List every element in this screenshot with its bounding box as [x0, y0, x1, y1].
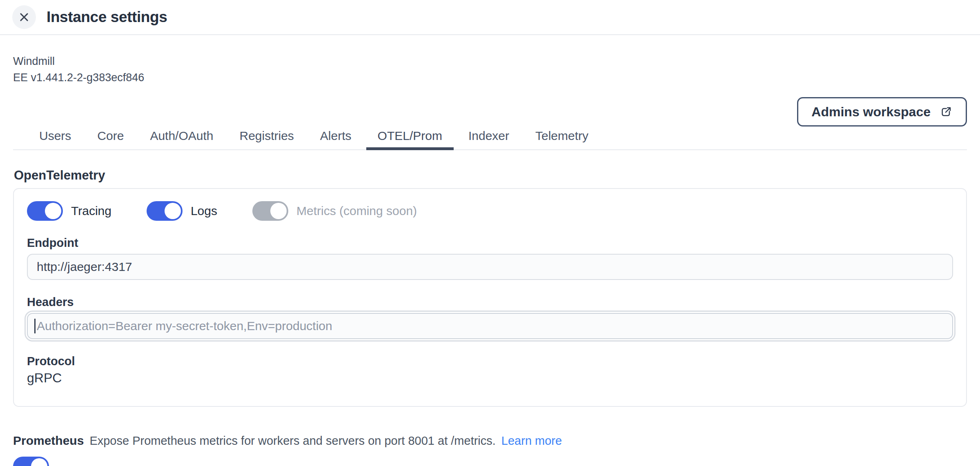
tracing-toggle-label: Tracing [71, 204, 111, 218]
tab-registries[interactable]: Registries [228, 129, 305, 149]
app-version: EE v1.441.2-2-g383ecf846 [13, 69, 967, 86]
prometheus-heading: Prometheus [13, 434, 84, 448]
tab-otel-prom[interactable]: OTEL/Prom [366, 129, 454, 150]
tracing-toggle[interactable] [27, 201, 63, 221]
endpoint-input[interactable] [27, 254, 953, 280]
admins-workspace-label: Admins workspace [811, 104, 931, 120]
admins-workspace-button[interactable]: Admins workspace [797, 97, 967, 126]
opentelemetry-panel: Tracing Logs Metrics (coming soon) Endpo… [13, 188, 967, 407]
logs-toggle[interactable] [147, 201, 183, 221]
toggle-knob [45, 203, 61, 219]
header: Instance settings [0, 0, 980, 35]
tab-telemetry[interactable]: Telemetry [524, 129, 600, 149]
opentelemetry-heading: OpenTelemetry [14, 168, 967, 183]
otel-toggle-row: Tracing Logs Metrics (coming soon) [27, 201, 953, 221]
toggle-knob [165, 203, 181, 219]
x-icon [18, 11, 30, 23]
logs-toggle-group: Logs [147, 201, 217, 221]
endpoint-label: Endpoint [27, 236, 953, 250]
app-name: Windmill [13, 53, 967, 69]
version-block: Windmill EE v1.441.2-2-g383ecf846 [13, 53, 967, 86]
text-caret [34, 319, 36, 333]
headers-label: Headers [27, 295, 953, 309]
tab-indexer[interactable]: Indexer [457, 129, 521, 149]
prometheus-description: Expose Prometheus metrics for workers an… [89, 434, 495, 448]
opentelemetry-section: OpenTelemetry Tracing Logs [13, 168, 967, 407]
metrics-toggle-label: Metrics (coming soon) [296, 204, 417, 218]
headers-input-wrap [27, 313, 953, 339]
prometheus-line: Prometheus Expose Prometheus metrics for… [13, 434, 967, 448]
tab-auth-oauth[interactable]: Auth/OAuth [138, 129, 225, 149]
toggle-knob [270, 203, 287, 219]
tab-users[interactable]: Users [28, 129, 82, 149]
content: Windmill EE v1.441.2-2-g383ecf846 Admins… [0, 53, 980, 466]
prometheus-toggle[interactable] [13, 457, 49, 466]
close-button[interactable] [12, 5, 36, 29]
tab-bar: Users Core Auth/OAuth Registries Alerts … [13, 129, 967, 150]
page-title: Instance settings [47, 9, 167, 26]
logs-toggle-label: Logs [191, 204, 217, 218]
prometheus-section: Prometheus Expose Prometheus metrics for… [13, 434, 967, 466]
learn-more-link[interactable]: Learn more [501, 434, 562, 448]
tracing-toggle-group: Tracing [27, 201, 111, 221]
metrics-toggle [252, 201, 288, 221]
protocol-label: Protocol [27, 355, 953, 368]
metrics-toggle-group: Metrics (coming soon) [252, 201, 417, 221]
endpoint-input-wrap [27, 254, 953, 280]
toggle-knob [31, 458, 47, 466]
tab-alerts[interactable]: Alerts [309, 129, 363, 149]
protocol-value: gRPC [27, 371, 953, 386]
tab-core[interactable]: Core [86, 129, 135, 149]
headers-input[interactable] [27, 313, 953, 339]
external-link-icon [940, 105, 953, 118]
